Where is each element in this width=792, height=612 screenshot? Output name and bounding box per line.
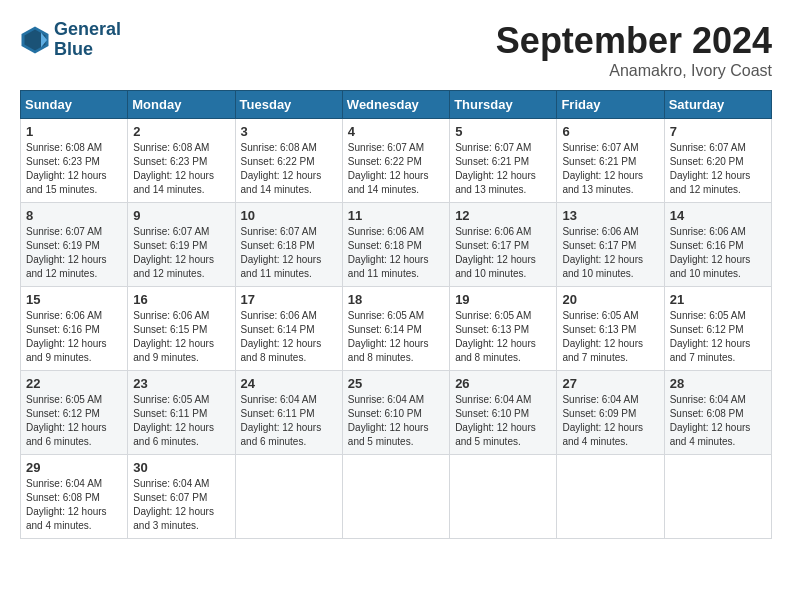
calendar-cell: 15Sunrise: 6:06 AM Sunset: 6:16 PM Dayli… [21, 287, 128, 371]
day-number: 1 [26, 124, 122, 139]
calendar-cell: 22Sunrise: 6:05 AM Sunset: 6:12 PM Dayli… [21, 371, 128, 455]
day-number: 13 [562, 208, 658, 223]
day-number: 18 [348, 292, 444, 307]
week-row-1: 1Sunrise: 6:08 AM Sunset: 6:23 PM Daylig… [21, 119, 772, 203]
day-info: Sunrise: 6:08 AM Sunset: 6:22 PM Dayligh… [241, 141, 337, 197]
day-number: 3 [241, 124, 337, 139]
calendar-cell: 6Sunrise: 6:07 AM Sunset: 6:21 PM Daylig… [557, 119, 664, 203]
day-number: 26 [455, 376, 551, 391]
day-number: 4 [348, 124, 444, 139]
logo-line1: General [54, 20, 121, 40]
calendar-cell: 29Sunrise: 6:04 AM Sunset: 6:08 PM Dayli… [21, 455, 128, 539]
day-number: 21 [670, 292, 766, 307]
day-number: 17 [241, 292, 337, 307]
calendar-cell: 17Sunrise: 6:06 AM Sunset: 6:14 PM Dayli… [235, 287, 342, 371]
week-row-5: 29Sunrise: 6:04 AM Sunset: 6:08 PM Dayli… [21, 455, 772, 539]
month-title: September 2024 [496, 20, 772, 62]
day-info: Sunrise: 6:08 AM Sunset: 6:23 PM Dayligh… [133, 141, 229, 197]
day-info: Sunrise: 6:05 AM Sunset: 6:14 PM Dayligh… [348, 309, 444, 365]
calendar-cell: 30Sunrise: 6:04 AM Sunset: 6:07 PM Dayli… [128, 455, 235, 539]
day-info: Sunrise: 6:05 AM Sunset: 6:11 PM Dayligh… [133, 393, 229, 449]
calendar-cell: 1Sunrise: 6:08 AM Sunset: 6:23 PM Daylig… [21, 119, 128, 203]
calendar-cell [450, 455, 557, 539]
calendar-cell: 9Sunrise: 6:07 AM Sunset: 6:19 PM Daylig… [128, 203, 235, 287]
day-info: Sunrise: 6:04 AM Sunset: 6:09 PM Dayligh… [562, 393, 658, 449]
calendar-cell: 21Sunrise: 6:05 AM Sunset: 6:12 PM Dayli… [664, 287, 771, 371]
day-number: 8 [26, 208, 122, 223]
calendar-cell [664, 455, 771, 539]
calendar-cell: 4Sunrise: 6:07 AM Sunset: 6:22 PM Daylig… [342, 119, 449, 203]
calendar-cell: 7Sunrise: 6:07 AM Sunset: 6:20 PM Daylig… [664, 119, 771, 203]
day-info: Sunrise: 6:04 AM Sunset: 6:08 PM Dayligh… [670, 393, 766, 449]
day-info: Sunrise: 6:06 AM Sunset: 6:16 PM Dayligh… [26, 309, 122, 365]
day-number: 30 [133, 460, 229, 475]
week-row-4: 22Sunrise: 6:05 AM Sunset: 6:12 PM Dayli… [21, 371, 772, 455]
day-number: 11 [348, 208, 444, 223]
calendar-cell: 12Sunrise: 6:06 AM Sunset: 6:17 PM Dayli… [450, 203, 557, 287]
day-info: Sunrise: 6:07 AM Sunset: 6:22 PM Dayligh… [348, 141, 444, 197]
calendar-cell: 14Sunrise: 6:06 AM Sunset: 6:16 PM Dayli… [664, 203, 771, 287]
day-info: Sunrise: 6:07 AM Sunset: 6:20 PM Dayligh… [670, 141, 766, 197]
day-number: 29 [26, 460, 122, 475]
day-number: 10 [241, 208, 337, 223]
day-number: 12 [455, 208, 551, 223]
day-info: Sunrise: 6:08 AM Sunset: 6:23 PM Dayligh… [26, 141, 122, 197]
day-number: 5 [455, 124, 551, 139]
day-number: 7 [670, 124, 766, 139]
calendar-cell: 5Sunrise: 6:07 AM Sunset: 6:21 PM Daylig… [450, 119, 557, 203]
day-number: 20 [562, 292, 658, 307]
day-number: 15 [26, 292, 122, 307]
col-monday: Monday [128, 91, 235, 119]
day-number: 24 [241, 376, 337, 391]
day-info: Sunrise: 6:05 AM Sunset: 6:12 PM Dayligh… [26, 393, 122, 449]
calendar-cell: 20Sunrise: 6:05 AM Sunset: 6:13 PM Dayli… [557, 287, 664, 371]
calendar-cell: 19Sunrise: 6:05 AM Sunset: 6:13 PM Dayli… [450, 287, 557, 371]
week-row-2: 8Sunrise: 6:07 AM Sunset: 6:19 PM Daylig… [21, 203, 772, 287]
day-number: 19 [455, 292, 551, 307]
calendar-cell [342, 455, 449, 539]
col-saturday: Saturday [664, 91, 771, 119]
logo: General Blue [20, 20, 121, 60]
day-info: Sunrise: 6:06 AM Sunset: 6:15 PM Dayligh… [133, 309, 229, 365]
day-info: Sunrise: 6:05 AM Sunset: 6:12 PM Dayligh… [670, 309, 766, 365]
logo-line2: Blue [54, 40, 121, 60]
day-info: Sunrise: 6:07 AM Sunset: 6:19 PM Dayligh… [26, 225, 122, 281]
col-tuesday: Tuesday [235, 91, 342, 119]
day-info: Sunrise: 6:05 AM Sunset: 6:13 PM Dayligh… [562, 309, 658, 365]
calendar-cell: 11Sunrise: 6:06 AM Sunset: 6:18 PM Dayli… [342, 203, 449, 287]
logo-icon [20, 25, 50, 55]
day-info: Sunrise: 6:04 AM Sunset: 6:07 PM Dayligh… [133, 477, 229, 533]
calendar-cell: 25Sunrise: 6:04 AM Sunset: 6:10 PM Dayli… [342, 371, 449, 455]
col-wednesday: Wednesday [342, 91, 449, 119]
calendar-cell: 27Sunrise: 6:04 AM Sunset: 6:09 PM Dayli… [557, 371, 664, 455]
calendar-cell: 2Sunrise: 6:08 AM Sunset: 6:23 PM Daylig… [128, 119, 235, 203]
day-number: 28 [670, 376, 766, 391]
day-info: Sunrise: 6:07 AM Sunset: 6:19 PM Dayligh… [133, 225, 229, 281]
calendar-cell [557, 455, 664, 539]
day-info: Sunrise: 6:06 AM Sunset: 6:14 PM Dayligh… [241, 309, 337, 365]
day-info: Sunrise: 6:07 AM Sunset: 6:21 PM Dayligh… [562, 141, 658, 197]
day-info: Sunrise: 6:04 AM Sunset: 6:11 PM Dayligh… [241, 393, 337, 449]
page-header: General Blue September 2024 Anamakro, Iv… [20, 20, 772, 80]
day-number: 27 [562, 376, 658, 391]
calendar-table: Sunday Monday Tuesday Wednesday Thursday… [20, 90, 772, 539]
calendar-cell: 28Sunrise: 6:04 AM Sunset: 6:08 PM Dayli… [664, 371, 771, 455]
day-info: Sunrise: 6:04 AM Sunset: 6:08 PM Dayligh… [26, 477, 122, 533]
col-friday: Friday [557, 91, 664, 119]
title-block: September 2024 Anamakro, Ivory Coast [496, 20, 772, 80]
calendar-cell: 13Sunrise: 6:06 AM Sunset: 6:17 PM Dayli… [557, 203, 664, 287]
calendar-cell: 26Sunrise: 6:04 AM Sunset: 6:10 PM Dayli… [450, 371, 557, 455]
calendar-cell: 16Sunrise: 6:06 AM Sunset: 6:15 PM Dayli… [128, 287, 235, 371]
day-number: 2 [133, 124, 229, 139]
calendar-cell: 10Sunrise: 6:07 AM Sunset: 6:18 PM Dayli… [235, 203, 342, 287]
day-info: Sunrise: 6:06 AM Sunset: 6:16 PM Dayligh… [670, 225, 766, 281]
day-number: 22 [26, 376, 122, 391]
day-number: 23 [133, 376, 229, 391]
col-sunday: Sunday [21, 91, 128, 119]
day-number: 9 [133, 208, 229, 223]
calendar-cell: 23Sunrise: 6:05 AM Sunset: 6:11 PM Dayli… [128, 371, 235, 455]
week-row-3: 15Sunrise: 6:06 AM Sunset: 6:16 PM Dayli… [21, 287, 772, 371]
day-number: 16 [133, 292, 229, 307]
day-info: Sunrise: 6:06 AM Sunset: 6:18 PM Dayligh… [348, 225, 444, 281]
logo-text: General Blue [54, 20, 121, 60]
